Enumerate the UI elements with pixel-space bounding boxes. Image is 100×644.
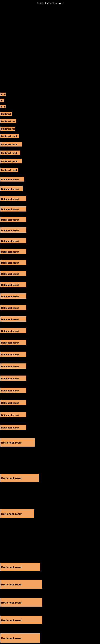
bottleneck-result-label: Bottleneck result (0, 305, 26, 310)
bottleneck-result-label: Bottleneck result (0, 196, 26, 201)
bottleneck-result-label: Bottleneck result (0, 580, 42, 589)
bottleneck-result-label: Bottleneck result (0, 228, 26, 233)
bottleneck-result-label: Bottleneck result (0, 134, 19, 138)
bottleneck-result-label: Bottleneck result (0, 186, 23, 191)
bottleneck-result-label: Bottleneck result (0, 206, 26, 212)
bottleneck-result-label: Bottleneck result (0, 316, 26, 322)
bottleneck-result-label: Bottleneck result (0, 238, 26, 243)
bottleneck-result-label: Bottleneck result (0, 249, 26, 254)
bottleneck-result-label: Bottleneck result (0, 126, 15, 130)
bottleneck-result-label: Bottleneck result (0, 438, 35, 446)
bottleneck-result-label: Bottleneck result (0, 616, 42, 624)
bottleneck-result-label: Bottleneck result (0, 352, 26, 357)
bottleneck-result-label: Bottleneck result (0, 142, 22, 146)
bottleneck-result-label: Bottleneck result (0, 412, 26, 418)
bottleneck-result-label: Bottleneck result (0, 177, 24, 182)
bottleneck-result-label: Bottleneck result (0, 400, 26, 405)
bottleneck-result-label: Bottleneck result (0, 150, 20, 155)
bottleneck-result-label: Bottleneck result (0, 340, 26, 345)
bottleneck-result-label: Bottleneck result (0, 376, 26, 381)
site-title: TheBottlenecker.com (37, 2, 63, 5)
bottleneck-result-label: Bottleneck result (0, 509, 34, 518)
bottleneck-result-label: Bottleneck result (0, 294, 26, 299)
bottleneck-result-label: Bottleneck result (0, 328, 26, 333)
bottleneck-result-label: Bottleneck result (0, 425, 26, 430)
bottleneck-result-label: Bottleneck result (0, 598, 42, 606)
bottleneck-result-label: Bottleneck result (0, 633, 40, 642)
bottleneck-result-label: Bottleneck result (0, 260, 26, 265)
bottleneck-result-label: Bottleneck result (0, 282, 26, 287)
bottleneck-result-label: Bottleneck result (0, 119, 16, 123)
bottleneck-result-label: Bottleneck result (0, 388, 26, 393)
bottleneck-result-label: Bottleneck result (0, 563, 40, 571)
bottleneck-result-label: Bottleneck result (0, 271, 26, 276)
bottleneck-result-label: Bottleneck result (0, 112, 12, 116)
bottleneck-result-label: Bottleneck result (0, 98, 4, 102)
bottleneck-result-label: Bottleneck result (0, 168, 18, 172)
bottleneck-result-label: Bottleneck result (0, 474, 39, 482)
bottleneck-result-label: Bottleneck result (0, 92, 6, 96)
bottleneck-result-label: Bottleneck result (0, 105, 6, 108)
bottleneck-result-label: Bottleneck result (0, 159, 22, 164)
bottleneck-result-label: Bottleneck result (0, 364, 26, 369)
bottleneck-result-label: Bottleneck result (0, 217, 26, 222)
